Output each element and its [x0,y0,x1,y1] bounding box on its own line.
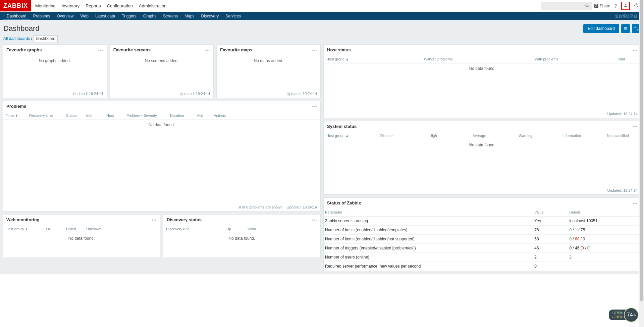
widget-menu-icon[interactable]: ••• [98,48,103,52]
cell-details: 0 / 46 [0 / 0] [568,244,641,253]
topnav-monitoring[interactable]: Monitoring [35,1,56,11]
zabbixstatus-col-details[interactable]: Details [568,208,641,217]
sysstatus-col-information[interactable]: Information [549,134,595,138]
brand-logo[interactable]: ZABBIX [0,0,31,11]
discovery-header: Discovery rule Up Down [163,225,320,233]
discovery-title: Discovery status [167,217,202,222]
zabbixstatus-col-param[interactable]: Parameter [324,208,533,217]
sysstatus-col-hostgroup[interactable]: Host group ▲ [324,134,364,138]
sysstatus-col-disaster[interactable]: Disaster [364,134,410,138]
cell-details: localhost:10051 [568,217,641,226]
problems-col-actions[interactable]: Actions [211,113,231,118]
cell-param: Number of hosts (enabled/disabled/templa… [324,226,533,235]
widget-sysstatus: System status••• Host group ▲ Disaster H… [323,121,641,195]
webmon-title: Web monitoring [6,217,40,222]
cell-param: Number of triggers (enabled/disabled [pr… [324,244,533,253]
widget-menu-icon[interactable]: ••• [633,48,638,52]
table-row: Zabbix server is runningYeslocalhost:100… [324,217,641,226]
share-button[interactable]: Z Share [594,4,610,8]
problems-count: 0 of 0 problems are shown [239,205,283,209]
widget-menu-icon[interactable]: ••• [633,201,638,205]
widget-menu-icon[interactable]: ••• [205,48,210,52]
table-row: Number of users (online)22 [324,253,641,262]
help-icon[interactable]: ? [613,2,619,10]
hoststatus-col-total[interactable]: Total [601,57,641,61]
sysstatus-col-average[interactable]: Average [456,134,502,138]
sysstatus-title: System status [327,124,357,129]
svg-line-1 [588,6,589,7]
widget-menu-icon[interactable]: ••• [633,125,638,129]
subnav-right-link[interactable]: 监控系统平台 [615,14,641,19]
breadcrumb-current: Dashboard [33,35,58,42]
subnav-discovery[interactable]: Discovery [198,12,222,20]
problems-col-host[interactable]: Host [104,113,124,118]
widget-menu-icon[interactable]: ••• [312,104,317,108]
subnav-problems[interactable]: Problems [30,12,54,20]
table-row: Required server performance, new values … [324,262,641,271]
sysstatus-col-warning[interactable]: Warning [502,134,549,138]
subnav-maps[interactable]: Maps [181,12,198,20]
topnav-administration[interactable]: Administration [139,1,166,11]
problems-col-time[interactable]: Time ▼ [3,113,26,118]
subnav-web[interactable]: Web [77,12,92,20]
discovery-col-down[interactable]: Down [244,227,264,231]
edit-dashboard-button[interactable]: Edit dashboard [583,24,619,33]
discovery-nodata: No data found. [163,233,320,243]
subnav-triggers[interactable]: Triggers [118,12,140,20]
search-wrap [541,2,592,10]
sysstatus-col-notclassified[interactable]: Not classified [595,134,641,138]
subnav-latestdata[interactable]: Latest data [92,12,118,20]
subnav-overview[interactable]: Overview [53,12,77,20]
cell-details [568,262,641,271]
problems-col-problem[interactable]: Problem • Severity [124,113,167,118]
discovery-col-up[interactable]: Up [224,227,244,231]
cell-value: 76 [533,226,568,235]
cell-details: 2 [568,253,641,262]
scrollbar-thumb[interactable] [640,0,643,274]
hoststatus-col-without[interactable]: Without problems [384,57,492,61]
subnav-graphs[interactable]: Graphs [140,12,160,20]
logout-icon[interactable] [633,2,640,10]
subnav-screens[interactable]: Screens [160,12,181,20]
topnav-reports[interactable]: Reports [86,1,101,11]
discovery-col-rule[interactable]: Discovery rule [163,227,224,231]
hoststatus-col-hostgroup[interactable]: Host group ▲ [324,57,384,61]
problems-col-duration[interactable]: Duration [167,113,194,118]
hoststatus-col-with[interactable]: With problems [492,57,601,61]
fav-maps-empty: No maps added. [220,57,317,66]
cell-details: 0 / 1 / 75 [568,226,641,235]
topnav-inventory[interactable]: Inventory [62,1,79,11]
webmon-col-ok[interactable]: Ok [43,227,63,231]
bottom-row: Web monitoring••• Host group ▲ Ok Failed… [3,214,321,258]
webmon-col-unknown[interactable]: Unknown [84,227,110,231]
search-input[interactable] [541,2,592,10]
problems-col-ack[interactable]: Ack [194,113,211,118]
fav-maps-title: Favourite maps [220,47,252,52]
subnav-dashboard[interactable]: Dashboard [3,12,30,20]
zabbixstatus-col-value[interactable]: Value [533,208,568,217]
menu-icon[interactable] [621,24,630,33]
widget-problems: Problems••• Time ▼ Recovery time Status … [3,101,321,212]
widget-menu-icon[interactable]: ••• [152,218,157,222]
user-icon[interactable] [621,2,630,10]
cell-value: 0 [533,262,568,271]
widget-menu-icon[interactable]: ••• [312,218,317,222]
widget-menu-icon[interactable]: ••• [312,48,317,52]
zabbixstatus-table: Parameter Value Details Zabbix server is… [324,208,641,271]
webmon-col-hostgroup[interactable]: Host group ▲ [3,227,43,231]
sysstatus-col-high[interactable]: High [410,134,457,138]
problems-col-recovery[interactable]: Recovery time [26,113,63,118]
subnav-services[interactable]: Services [222,12,244,20]
topnav-configuration[interactable]: Configuration [107,1,133,11]
vertical-scrollbar[interactable] [639,0,644,274]
svg-point-2 [625,4,627,5]
problems-col-status[interactable]: Status [63,113,84,118]
col-left: Favourite graphs••• No graphs added. Upd… [3,44,321,271]
problems-footer: 0 of 0 problems are shown Updated: 19:24… [3,204,320,211]
search-icon[interactable] [585,3,590,9]
hoststatus-title: Host status [327,47,351,52]
webmon-col-failed[interactable]: Failed [63,227,84,231]
problems-col-info[interactable]: Info [84,113,104,118]
breadcrumb-all[interactable]: All dashboards [3,36,30,41]
sysstatus-nodata: No data found. [324,140,641,150]
